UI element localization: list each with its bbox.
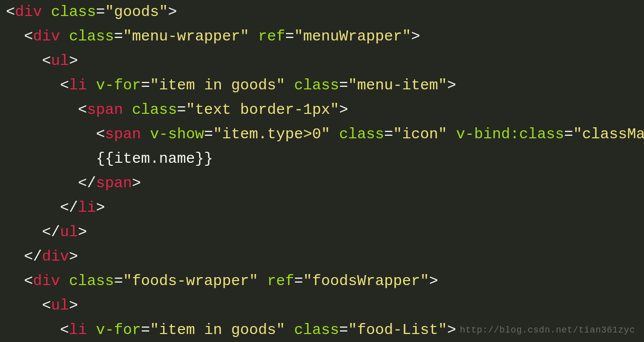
token-punc: > <box>447 322 456 339</box>
token-punc: < <box>24 273 33 290</box>
token-punc: > <box>411 28 420 45</box>
token-tag: li <box>78 199 96 216</box>
code-line: <div class="foods-wrapper" ref="foodsWra… <box>6 269 638 294</box>
code-line: </li> <box>6 196 638 220</box>
token-tag: div <box>15 3 42 20</box>
token-attr: class <box>294 77 339 94</box>
code-line: <div class="menu-wrapper" ref="menuWrapp… <box>6 24 638 49</box>
token-punc <box>447 126 456 143</box>
code-line: <div class="goods"> <box>6 0 638 24</box>
token-punc: </ <box>78 175 96 192</box>
token-punc: < <box>42 297 51 314</box>
token-attr: class <box>294 322 339 339</box>
token-punc: = <box>177 101 186 118</box>
token-str: "item in goods" <box>150 322 285 339</box>
token-punc: = <box>294 273 303 290</box>
token-punc <box>87 322 96 339</box>
token-punc: = <box>141 77 150 94</box>
token-punc: < <box>6 3 15 20</box>
token-attr: class <box>69 28 114 45</box>
token-punc: > <box>132 175 141 192</box>
token-punc <box>60 28 69 45</box>
token-tag: li <box>69 77 87 94</box>
token-attr: v-bind:class <box>456 126 564 143</box>
token-attr: class <box>132 101 177 118</box>
token-punc: > <box>429 273 438 290</box>
token-punc: = <box>339 322 348 339</box>
token-str: "food-List" <box>348 322 447 339</box>
token-punc: = <box>339 77 348 94</box>
token-attr: class <box>339 126 384 143</box>
token-punc <box>42 3 51 20</box>
token-punc: </ <box>42 224 60 241</box>
token-tag: div <box>33 273 60 290</box>
token-punc: </ <box>60 199 78 216</box>
token-str: "classMa <box>573 126 644 143</box>
token-tag: div <box>33 28 60 45</box>
token-attr: class <box>51 3 96 20</box>
token-str: "item.type>0" <box>213 126 330 143</box>
token-punc: = <box>384 126 393 143</box>
token-punc: < <box>24 28 33 45</box>
token-str: "foodsWrapper" <box>303 273 429 290</box>
code-line: <span v-show="item.type>0" class="icon" … <box>6 122 638 147</box>
code-line: <ul> <box>6 49 638 73</box>
token-punc: < <box>60 322 69 339</box>
token-str: "item in goods" <box>150 77 285 94</box>
token-attr: ref <box>267 273 294 290</box>
token-punc: > <box>69 52 78 69</box>
code-block: <div class="goods"> <div class="menu-wra… <box>0 0 644 342</box>
token-punc: = <box>564 126 573 143</box>
token-tag: span <box>96 175 132 192</box>
token-punc <box>141 126 150 143</box>
token-str: "menu-wrapper" <box>123 28 249 45</box>
token-punc <box>330 126 339 143</box>
token-tag: ul <box>60 224 78 241</box>
token-tag: ul <box>51 52 69 69</box>
token-str: "menu-item" <box>348 77 447 94</box>
token-punc: < <box>78 101 87 118</box>
code-line: <span class="text border-1px"> <box>6 98 638 122</box>
token-punc <box>249 28 258 45</box>
token-punc: = <box>114 273 123 290</box>
token-punc: > <box>96 199 105 216</box>
token-punc <box>60 273 69 290</box>
token-tag: span <box>105 126 141 143</box>
token-punc <box>123 101 132 118</box>
token-punc: = <box>141 322 150 339</box>
token-tag: div <box>42 248 69 265</box>
token-punc: = <box>204 126 213 143</box>
token-attr: v-for <box>96 322 141 339</box>
token-punc: = <box>96 3 105 20</box>
token-punc: < <box>42 52 51 69</box>
token-attr: ref <box>258 28 285 45</box>
token-punc: > <box>447 77 456 94</box>
token-punc: </ <box>24 248 42 265</box>
token-str: "icon" <box>393 126 447 143</box>
token-str: "menuWrapper" <box>294 28 411 45</box>
token-punc <box>285 322 294 339</box>
token-punc: < <box>96 126 105 143</box>
token-punc: < <box>60 77 69 94</box>
token-punc: = <box>114 28 123 45</box>
token-attr: class <box>69 273 114 290</box>
token-tag: span <box>87 101 123 118</box>
code-line: </div> <box>6 245 638 269</box>
token-punc: > <box>69 248 78 265</box>
code-line: <ul> <box>6 294 638 318</box>
watermark: http://blog.csdn.net/tian361zyc <box>460 325 635 335</box>
token-str: "goods" <box>105 3 168 20</box>
token-attr: v-show <box>150 126 204 143</box>
code-line: </span> <box>6 171 638 196</box>
token-tag: ul <box>51 297 69 314</box>
code-line: <li v-for="item in goods" class="menu-it… <box>6 73 638 98</box>
token-punc <box>258 273 267 290</box>
token-str: "foods-wrapper" <box>123 273 258 290</box>
token-txt: {{item.name}} <box>96 150 213 167</box>
token-punc <box>87 77 96 94</box>
token-punc: > <box>339 101 348 118</box>
code-line: </ul> <box>6 220 638 245</box>
token-str: "text border-1px" <box>186 101 339 118</box>
token-attr: v-for <box>96 77 141 94</box>
token-punc: > <box>168 3 177 20</box>
